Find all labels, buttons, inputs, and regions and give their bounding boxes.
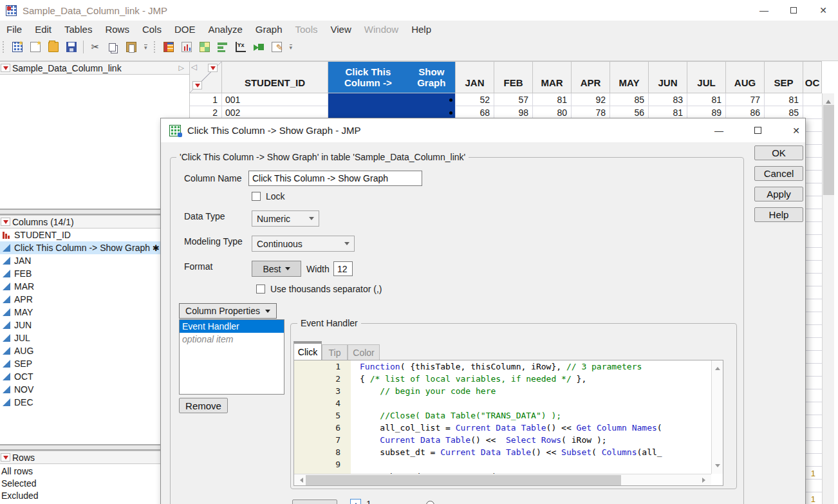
column-header-student_id[interactable]: STUDENT_ID: [222, 61, 328, 93]
cancel-button[interactable]: Cancel: [754, 166, 803, 181]
maximize-icon[interactable]: [779, 0, 808, 21]
scroll-left-icon[interactable]: [297, 478, 303, 483]
toolbar-overflow-icon[interactable]: ▾: [144, 44, 147, 50]
column-header-click[interactable]: Click This Column ->Show Graph: [328, 61, 456, 93]
clipped-button[interactable]: [292, 499, 337, 504]
column-header-aug[interactable]: AUG: [726, 61, 765, 93]
menu-item-doe[interactable]: DOE: [168, 21, 202, 37]
month-value-cell[interactable]: 98: [494, 106, 533, 119]
code-lines[interactable]: Function( {thisTable, thisColumn, iRow},…: [351, 360, 711, 474]
menu-item-edit[interactable]: Edit: [28, 21, 58, 37]
scrollbar-thumb[interactable]: [823, 105, 834, 195]
link-column-cell[interactable]: [328, 106, 456, 119]
script-editor-icon[interactable]: [269, 39, 284, 55]
menu-item-analyze[interactable]: Analyze: [201, 21, 248, 37]
student-id-cell[interactable]: 002: [222, 106, 328, 119]
red-triangle-icon[interactable]: [1, 453, 10, 462]
editor-vertical-scrollbar[interactable]: [711, 360, 723, 474]
tab-click[interactable]: Click: [293, 341, 322, 360]
row-number-cell[interactable]: 1: [190, 93, 222, 106]
thousands-separator-checkbox[interactable]: [256, 285, 265, 294]
scroll-up-icon[interactable]: [715, 364, 720, 370]
month-value-cell[interactable]: 68: [456, 106, 494, 119]
window-grid-icon[interactable]: [197, 39, 212, 55]
tab-tip[interactable]: Tip: [322, 344, 348, 360]
editor-horizontal-scrollbar[interactable]: [294, 474, 711, 485]
menu-item-help[interactable]: Help: [405, 21, 438, 37]
month-value-cell[interactable]: 81: [649, 106, 687, 119]
column-header-jan[interactable]: JAN: [456, 61, 494, 93]
month-value-cell[interactable]: 80: [533, 106, 572, 119]
red-triangle-icon[interactable]: [1, 218, 10, 226]
table-panel-header[interactable]: Sample_Data_Column_link ▷: [0, 61, 189, 75]
rows-menu-icon[interactable]: [192, 81, 202, 89]
distribution-icon[interactable]: [179, 39, 194, 55]
month-value-cell[interactable]: 81: [765, 93, 803, 106]
property-list-item[interactable]: Event Handler: [180, 320, 284, 333]
lock-checkbox[interactable]: [252, 192, 261, 201]
month-value-cell[interactable]: 81: [533, 93, 572, 106]
month-value-cell[interactable]: 57: [494, 93, 533, 106]
new-journal-icon[interactable]: [28, 39, 43, 55]
month-value-cell[interactable]: 89: [687, 106, 726, 119]
property-list-item[interactable]: optional item: [180, 333, 284, 346]
ok-button[interactable]: OK: [754, 145, 803, 160]
month-value-cell[interactable]: 83: [649, 93, 687, 106]
modeling-type-select[interactable]: Continuous: [252, 236, 355, 252]
column-header-mar[interactable]: MAR: [533, 61, 572, 93]
month-value-cell[interactable]: 78: [572, 106, 610, 119]
data-table-icon[interactable]: [161, 39, 176, 55]
column-header-oc[interactable]: OC: [803, 61, 822, 93]
menu-item-cols[interactable]: Cols: [136, 21, 168, 37]
column-header-jun[interactable]: JUN: [649, 61, 687, 93]
scroll-right-icon[interactable]: [702, 478, 708, 483]
remove-button[interactable]: Remove: [179, 398, 228, 413]
scroll-up-icon[interactable]: [826, 97, 831, 104]
format-select[interactable]: Best: [252, 261, 301, 277]
row-number-cell[interactable]: 2: [190, 106, 222, 119]
spinner-up-icon[interactable]: [350, 499, 361, 504]
column-header-apr[interactable]: APR: [572, 61, 610, 93]
column-header-feb[interactable]: FEB: [494, 61, 533, 93]
month-value-cell[interactable]: 52: [456, 93, 494, 106]
month-value-cell[interactable]: 81: [687, 93, 726, 106]
launch-analysis-icon[interactable]: [251, 39, 266, 55]
month-value-cell[interactable]: 86: [726, 106, 765, 119]
link-column-cell[interactable]: [328, 93, 456, 106]
menu-item-graph[interactable]: Graph: [249, 21, 289, 37]
month-value-cell[interactable]: 85: [765, 106, 803, 119]
close-icon[interactable]: ✕: [808, 0, 838, 21]
menu-item-file[interactable]: File: [0, 21, 28, 37]
data-type-select[interactable]: Numeric: [252, 210, 319, 227]
vertical-scrollbar[interactable]: [822, 93, 834, 504]
save-icon[interactable]: [64, 39, 79, 55]
menu-item-rows[interactable]: Rows: [98, 21, 136, 37]
column-header-may[interactable]: MAY: [610, 61, 649, 93]
dialog-minimize-icon[interactable]: —: [705, 118, 733, 142]
width-input[interactable]: [333, 261, 353, 276]
month-value-cell[interactable]: 56: [610, 106, 649, 119]
graph-builder-icon[interactable]: [215, 39, 230, 55]
new-data-table-icon[interactable]: [10, 39, 25, 55]
column-name-input[interactable]: [248, 171, 422, 186]
dialog-maximize-icon[interactable]: [743, 118, 772, 142]
month-value-cell[interactable]: 77: [726, 93, 765, 106]
cut-icon[interactable]: ✂: [88, 39, 103, 55]
month-value-cell[interactable]: 85: [610, 93, 649, 106]
tab-color[interactable]: Color: [348, 344, 380, 360]
code-editor[interactable]: 12345678910 Function( {thisTable, thisCo…: [293, 360, 723, 486]
month-value-cell[interactable]: 92: [572, 93, 610, 106]
toolbar-overflow-icon[interactable]: ▾: [290, 44, 293, 50]
menu-item-view[interactable]: View: [324, 21, 358, 37]
copy-icon[interactable]: [106, 39, 121, 55]
fit-y-by-x-icon[interactable]: Yx: [233, 39, 248, 55]
panel-expand-icon[interactable]: ▷: [179, 64, 184, 72]
scroll-down-icon[interactable]: [715, 464, 720, 470]
menu-item-window[interactable]: Window: [358, 21, 405, 37]
student-id-cell[interactable]: 001: [222, 93, 328, 106]
column-header-sep[interactable]: SEP: [765, 61, 803, 93]
scrollbar-thumb[interactable]: [306, 475, 621, 485]
help-button[interactable]: Help: [754, 207, 803, 222]
table-corner-cell[interactable]: ◁: [190, 61, 222, 93]
dialog-close-icon[interactable]: ✕: [782, 118, 810, 142]
